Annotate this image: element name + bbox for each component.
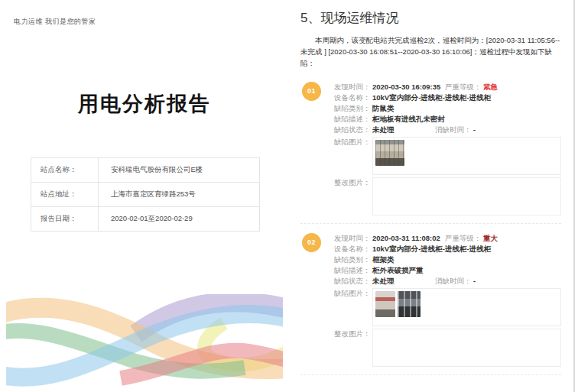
clear-time-label: 消缺时间：: [435, 125, 473, 134]
rectify-images-label: 整改图片：: [334, 177, 372, 215]
defect-desc-value: 柜外表破损严重: [372, 265, 424, 275]
defect-record: 01 发现时间： 2020-03-30 16:09:35 严重等级： 紧急 设备…: [300, 79, 561, 224]
report-title: 用电分析报告: [6, 90, 283, 118]
site-address-label: 站点地址：: [31, 183, 99, 207]
report-date-label: 报告日期：: [31, 207, 99, 232]
site-address-value: 上海市嘉定区育绿路253号: [99, 183, 260, 207]
site-name-value: 安科瑞电气股份有限公司E楼: [99, 158, 260, 183]
defect-photo-thumbnail[interactable]: [375, 291, 395, 317]
record-number-badge: 02: [302, 233, 321, 252]
defect-status-label: 缺陷状态：: [334, 276, 372, 286]
device-name-label: 设备名称：: [334, 92, 372, 102]
defect-status-label: 缺陷状态：: [334, 125, 372, 134]
device-name-value: 10kV室内部分-进线柜-进线柜-进线柜: [372, 92, 491, 102]
found-time-label: 发现时间：: [334, 233, 372, 243]
severity-label: 严重等级：: [445, 233, 483, 243]
section-title: 5、现场运维情况: [300, 9, 561, 27]
clear-time-value: -: [473, 276, 476, 286]
defect-status-value: 未处理: [372, 276, 435, 286]
defect-photo-thumbnail[interactable]: [375, 140, 404, 166]
defect-photo-thumbnail[interactable]: [398, 291, 421, 317]
device-name-value: 10kV室内部分-进线柜-进线柜-进线柜: [372, 244, 491, 254]
rectify-images-box: [372, 329, 561, 367]
defect-category-label: 缺陷类别：: [334, 103, 372, 113]
table-row: 站点地址： 上海市嘉定区育绿路253号: [31, 183, 260, 207]
scrollbar-track[interactable]: [573, 0, 575, 392]
severity-value: 紧急: [483, 82, 498, 92]
brand-slogan: 电力运维 我们是您的管家: [14, 17, 96, 27]
severity-value: 重大: [483, 233, 498, 243]
report-date-value: 2020-02-01至2020-02-29: [99, 207, 260, 232]
defect-record: 02 发现时间： 2020-03-31 11:08:02 严重等级： 重大 设备…: [300, 230, 561, 375]
rectify-images-label: 整改图片：: [334, 329, 372, 367]
clear-time-label: 消缺时间：: [435, 276, 473, 286]
found-time-value: 2020-03-31 11:08:02: [372, 233, 445, 243]
table-row: 站点名称： 安科瑞电气股份有限公司E楼: [31, 158, 260, 183]
found-time-label: 发现时间：: [334, 82, 372, 92]
defect-category-value: 防鼠类: [372, 103, 395, 113]
section-intro-text: 本周期内，该变配电站共完成巡检2次，巡检时间为：[2020-03-31 11:0…: [300, 34, 561, 70]
defect-images-label: 缺陷图片：: [334, 137, 372, 175]
rectify-images-box: [372, 177, 561, 215]
record-number-badge: 01: [302, 82, 321, 101]
ops-section-page: 5、现场运维情况 本周期内，该变配电站共完成巡检2次，巡检时间为：[2020-0…: [294, 0, 570, 392]
defect-status-value: 未处理: [372, 125, 435, 134]
defect-category-value: 框架类: [372, 254, 395, 264]
report-preview: 电力运维 我们是您的管家 用电分析报告 站点名称： 安科瑞电气股份有限公司E楼 …: [0, 0, 578, 392]
clear-time-value: -: [473, 125, 476, 134]
defect-desc-label: 缺陷描述：: [334, 114, 372, 124]
defect-images-box: [372, 137, 561, 175]
defect-desc-value: 柜地板有进线孔未密封: [372, 114, 445, 124]
defect-category-label: 缺陷类别：: [334, 254, 372, 264]
site-info-table: 站点名称： 安科瑞电气股份有限公司E楼 站点地址： 上海市嘉定区育绿路253号 …: [31, 157, 260, 232]
device-name-label: 设备名称：: [334, 244, 372, 254]
defect-desc-label: 缺陷描述：: [334, 265, 372, 275]
found-time-value: 2020-03-30 16:09:35: [372, 82, 445, 92]
decorative-waves-graphic: [6, 294, 283, 387]
table-row: 报告日期： 2020-02-01至2020-02-29: [31, 207, 260, 232]
cover-page: 电力运维 我们是您的管家 用电分析报告 站点名称： 安科瑞电气股份有限公司E楼 …: [6, 0, 283, 392]
site-name-label: 站点名称：: [31, 158, 99, 183]
defect-images-label: 缺陷图片：: [334, 288, 372, 326]
defect-images-box: [372, 288, 561, 326]
severity-label: 严重等级：: [445, 82, 483, 92]
